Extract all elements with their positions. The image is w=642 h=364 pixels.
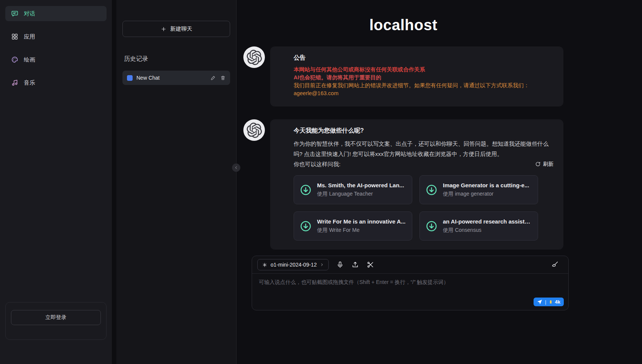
message-input[interactable] <box>252 274 568 310</box>
message-list: 公告 本网站与任何其他公司或商标没有任何关联或合作关系 AI也会犯错。请勿将其用… <box>237 34 642 250</box>
page-title: localhost <box>243 17 563 34</box>
announcement-heading: 公告 <box>294 54 554 62</box>
circle-arrow-down-icon <box>299 220 312 233</box>
login-panel: 立即登录 <box>5 302 107 340</box>
composer: o1-mini-2024-09-12 <box>252 256 569 310</box>
palette-icon <box>11 56 19 63</box>
message-welcome: 今天我能为您做些什么呢? 作为你的智慧伙伴，我不仅可以写文案、出点子，还可以和你… <box>243 119 563 250</box>
music-note-icon <box>11 79 19 86</box>
sidebar-item-chat[interactable]: 对话 <box>5 6 107 21</box>
suggestion-text: an AI-powered research assista... 使用 Con… <box>443 218 532 234</box>
sidebar-item-label: 对话 <box>24 10 35 17</box>
message-bubble: 今天我能为您做些什么呢? 作为你的智慧伙伴，我不仅可以写文案、出点子，还可以和你… <box>270 119 563 250</box>
welcome-body: 作为你的智慧伙伴，我不仅可以写文案、出点子，还可以和你聊天、回答问题。想知道我还… <box>294 139 554 159</box>
suggestion-text: Ms. Smith, the AI-powered Lan... 使用 Lang… <box>317 182 404 197</box>
suggestion-grid: Ms. Smith, the AI-powered Lan... 使用 Lang… <box>294 175 554 241</box>
suggestion-subtitle: 使用 Write For Me <box>317 227 405 234</box>
edit-icon[interactable] <box>210 75 216 80</box>
assistant-avatar <box>243 119 265 141</box>
scissors-icon[interactable] <box>367 261 374 268</box>
send-icon <box>537 299 543 305</box>
microphone-icon[interactable] <box>336 261 344 268</box>
collapse-sidebar-button[interactable] <box>232 163 240 172</box>
send-button[interactable]: | 4k <box>534 298 564 306</box>
refresh-label: 刷新 <box>543 159 554 169</box>
sidebar-item-label: 音乐 <box>24 79 35 86</box>
suggestion-text: Image Generator is a cutting-e... 使用 ima… <box>443 182 529 197</box>
conversation-item[interactable]: New Chat <box>122 71 230 85</box>
chat-bubble-icon <box>11 10 19 17</box>
suggestion-card[interactable]: Write For Me is an innovative A... 使用 Wr… <box>294 211 412 241</box>
message-bubble: 公告 本网站与任何其他公司或商标没有任何关联或合作关系 AI也会犯错。请勿将其用… <box>270 46 563 106</box>
contact-email-link[interactable]: ageerle@163.com <box>294 89 339 97</box>
composer-body: | 4k <box>252 274 568 310</box>
welcome-heading: 今天我能为您做些什么呢? <box>294 127 554 135</box>
announcement-line-3: 我们目前正在修复我们网站上的错误并改进细节。如果您有任何疑问，请通过以下方式联系… <box>294 82 554 89</box>
sidebar-item-label: 绘画 <box>24 56 35 63</box>
suggestion-card[interactable]: Image Generator is a cutting-e... 使用 ima… <box>419 175 538 204</box>
suggestion-subtitle: 使用 Consensus <box>443 227 532 234</box>
refresh-button[interactable]: 刷新 <box>535 159 554 169</box>
suggestion-card[interactable]: Ms. Smith, the AI-powered Lan... 使用 Lang… <box>294 175 412 204</box>
sparkle-icon <box>262 262 268 268</box>
sidebar-nav: 对话 应用 绘画 音乐 <box>5 6 107 98</box>
new-chat-button[interactable]: 新建聊天 <box>122 21 230 37</box>
apps-grid-icon <box>11 33 19 40</box>
sidebar-item-apps[interactable]: 应用 <box>5 29 107 44</box>
assistant-avatar <box>243 46 265 68</box>
login-button[interactable]: 立即登录 <box>11 310 101 325</box>
circle-arrow-down-icon <box>299 184 312 196</box>
token-icon <box>549 299 553 305</box>
openai-logo-icon <box>246 49 262 65</box>
suggestion-title: an AI-powered research assista... <box>443 218 532 225</box>
ask-row: 你也可以这样问我: 刷新 <box>294 159 554 169</box>
circle-arrow-down-icon <box>425 220 438 233</box>
suggestion-subtitle: 使用 Language Teacher <box>317 191 404 197</box>
upload-icon[interactable] <box>351 261 359 268</box>
sidebar-item-draw[interactable]: 绘画 <box>5 52 107 67</box>
suggestion-title: Image Generator is a cutting-e... <box>443 182 529 188</box>
history-label: 历史记录 <box>124 55 229 63</box>
model-label: o1-mini-2024-09-12 <box>271 262 317 268</box>
conversation-title: New Chat <box>136 75 207 81</box>
chevron-left-icon <box>234 165 238 170</box>
app-root: 对话 应用 绘画 音乐 立即登录 <box>0 0 642 364</box>
message-announcement: 公告 本网站与任何其他公司或商标没有任何关联或合作关系 AI也会犯错。请勿将其用… <box>243 46 563 106</box>
model-selector[interactable]: o1-mini-2024-09-12 <box>257 259 329 270</box>
chat-main: localhost 公告 本网站与任何其他公司或商标没有任何关联或合作关系 AI… <box>237 0 642 364</box>
composer-toolbar: o1-mini-2024-09-12 <box>252 256 568 274</box>
plus-icon <box>161 26 167 32</box>
chevron-right-icon <box>320 262 324 267</box>
sidebar: 对话 应用 绘画 音乐 立即登录 <box>0 0 112 364</box>
circle-arrow-down-icon <box>425 184 438 196</box>
conversation-actions <box>210 75 226 80</box>
sidebar-item-music[interactable]: 音乐 <box>5 75 107 90</box>
openai-logo-icon <box>246 122 262 138</box>
announcement-line-1: 本网站与任何其他公司或商标没有任何关联或合作关系 <box>294 66 554 74</box>
refresh-icon <box>535 161 541 167</box>
trash-icon[interactable] <box>220 75 226 80</box>
suggestion-text: Write For Me is an innovative A... 使用 Wr… <box>317 218 405 234</box>
suggestion-card[interactable]: an AI-powered research assista... 使用 Con… <box>419 211 538 241</box>
suggestion-title: Ms. Smith, the AI-powered Lan... <box>317 182 404 188</box>
send-divider: | <box>545 299 546 305</box>
conversation-icon <box>127 75 133 81</box>
sidebar-item-label: 应用 <box>24 33 35 40</box>
suggestion-title: Write For Me is an innovative A... <box>317 218 405 225</box>
announcement-line-2: AI也会犯错。请勿将其用于重要目的 <box>294 74 554 82</box>
token-count: 4k <box>555 299 560 305</box>
broom-icon[interactable] <box>551 261 558 268</box>
new-chat-label: 新建聊天 <box>170 25 192 32</box>
ask-label: 你也可以这样问我: <box>294 159 340 169</box>
conversation-list-panel: 新建聊天 历史记录 New Chat <box>116 0 237 364</box>
suggestion-subtitle: 使用 image generator <box>443 191 529 197</box>
